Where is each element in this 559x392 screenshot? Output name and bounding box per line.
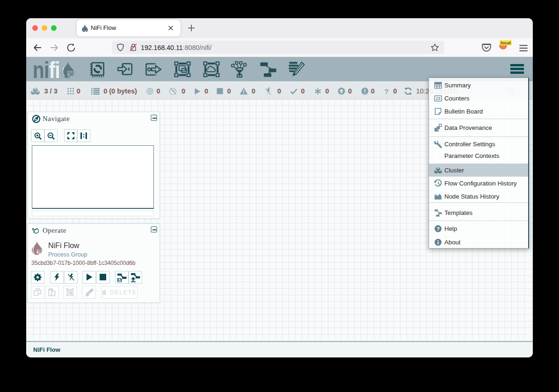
svg-text:nifi: nifi bbox=[33, 60, 60, 79]
svg-text:?: ? bbox=[436, 226, 440, 232]
svg-text:23: 23 bbox=[436, 96, 441, 101]
